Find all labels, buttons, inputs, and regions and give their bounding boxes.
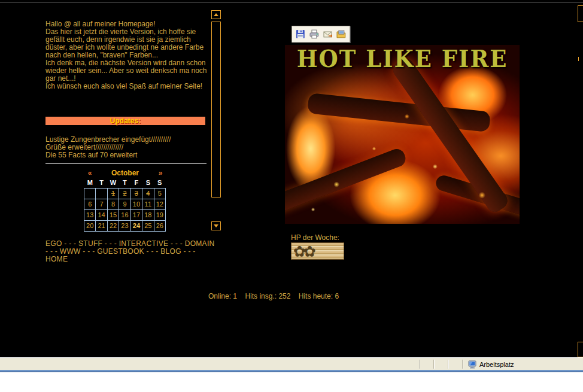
calendar-week-row: 20212223242526 bbox=[84, 220, 166, 231]
nav-separator: - - - bbox=[168, 239, 184, 248]
hp-week-label: HP der Woche: bbox=[291, 233, 339, 242]
calendar-day-cell[interactable]: 21 bbox=[96, 220, 107, 231]
calendar-day-cell[interactable]: 24 bbox=[130, 220, 142, 231]
online-counter: Online: 1 bbox=[208, 292, 237, 300]
nav-link-blog[interactable]: BLOG bbox=[160, 247, 181, 256]
calendar-day-header: F bbox=[130, 178, 142, 188]
updates-banner: Updates: bbox=[45, 117, 205, 125]
calendar-day-cell[interactable]: 19 bbox=[154, 209, 165, 220]
updates-list: Lustige Zungenbrecher eingefügt/////////… bbox=[45, 136, 213, 159]
hits-today-counter: Hits heute: 6 bbox=[299, 292, 339, 300]
save-icon[interactable] bbox=[296, 29, 305, 39]
calendar-day-cell[interactable]: 15 bbox=[107, 209, 119, 220]
calendar-header: « October » bbox=[84, 168, 166, 178]
calendar-day-header: S bbox=[142, 178, 154, 188]
calendar-day-cell[interactable]: 17 bbox=[130, 209, 142, 220]
calendar-day-cell[interactable]: 6 bbox=[84, 199, 96, 209]
nav-link-domain[interactable]: DOMAIN bbox=[185, 239, 215, 248]
calendar-day-header: T bbox=[119, 178, 130, 188]
calendar-table: MTWTFSS 12345678910111213141516171819202… bbox=[84, 178, 166, 232]
scrollbar-down-button[interactable] bbox=[211, 221, 221, 230]
calendar-day-cell[interactable]: 10 bbox=[130, 199, 142, 209]
calendar-day-cell[interactable]: 8 bbox=[107, 199, 119, 209]
calendar-day-header: T bbox=[96, 178, 107, 188]
my-computer-icon bbox=[468, 360, 476, 369]
statusbar-separator bbox=[462, 360, 463, 369]
statusbar-separator bbox=[448, 360, 449, 369]
nav-link-stuff[interactable]: STUFF bbox=[78, 239, 102, 248]
calendar-day-cell[interactable]: 3 bbox=[130, 188, 142, 199]
page-scrollbar-down-button[interactable] bbox=[578, 342, 583, 357]
calendar-day-cell[interactable]: 26 bbox=[154, 220, 165, 231]
calendar-day-header: W bbox=[107, 178, 119, 188]
security-zone-label: Arbeitsplatz bbox=[479, 361, 514, 368]
calendar-day-cell[interactable]: 16 bbox=[119, 209, 130, 220]
statusbar-separator bbox=[433, 360, 435, 369]
calendar-month-label: October bbox=[96, 169, 154, 177]
nav-separator: - - - bbox=[102, 239, 119, 248]
calendar-day-cell[interactable]: 4 bbox=[142, 188, 154, 199]
divider-line bbox=[45, 163, 207, 164]
security-zone-indicator: Arbeitsplatz bbox=[468, 359, 514, 369]
nav-link-ego[interactable]: EGO bbox=[45, 239, 62, 248]
statusbar-separator bbox=[419, 360, 420, 369]
calendar-week-row: 13141516171819 bbox=[84, 209, 166, 220]
main-nav: EGO - - - STUFF - - - INTERACTIVE - - - … bbox=[45, 240, 218, 263]
nav-link-www[interactable]: WWW bbox=[60, 247, 81, 256]
calendar-day-cell[interactable]: 22 bbox=[107, 220, 119, 231]
nav-link-interactive[interactable]: INTERACTIVE bbox=[119, 239, 169, 248]
scrollbar-up-button[interactable] bbox=[211, 10, 221, 19]
browser-page: Hallo @ all auf meiner Homepage! Das hie… bbox=[0, 0, 583, 392]
top-divider bbox=[0, 2, 583, 3]
calendar-body: 1234567891011121314151617181920212223242… bbox=[84, 188, 166, 231]
calendar-day-cell[interactable]: 14 bbox=[96, 209, 107, 220]
calendar-day-cell[interactable]: 13 bbox=[84, 209, 96, 220]
image-hover-toolbar bbox=[292, 26, 350, 42]
calendar-day-cell[interactable]: 25 bbox=[142, 220, 154, 231]
calendar-day-cell[interactable]: 11 bbox=[142, 199, 154, 209]
updates-heading: Updates: bbox=[110, 117, 141, 125]
calendar-prev-button[interactable]: « bbox=[84, 169, 96, 177]
nav-separator: - - - bbox=[144, 247, 160, 256]
calendar-empty-cell bbox=[96, 188, 107, 199]
calendar-week-row: 6789101112 bbox=[84, 199, 166, 209]
status-bar: Arbeitsplatz bbox=[0, 357, 583, 370]
nav-separator: - - - bbox=[62, 239, 78, 248]
page-scrollbar-up-button[interactable] bbox=[578, 5, 583, 22]
calendar-day-cell[interactable]: 12 bbox=[154, 199, 165, 209]
print-icon[interactable] bbox=[309, 29, 319, 39]
page-scrollbar-thumb[interactable] bbox=[578, 57, 583, 61]
fire-image-title: HOT LIKE FIRE bbox=[285, 45, 520, 73]
calendar-day-cell[interactable]: 20 bbox=[84, 220, 96, 231]
calendar-day-cell[interactable]: 1 bbox=[107, 188, 119, 199]
area-below-window bbox=[0, 372, 583, 392]
calendar-next-button[interactable]: » bbox=[154, 169, 166, 177]
mail-icon[interactable] bbox=[323, 29, 333, 39]
calendar-day-header: M bbox=[84, 178, 96, 188]
scrollbar-thumb[interactable] bbox=[211, 22, 221, 197]
nav-separator: - - - bbox=[45, 247, 60, 256]
nav-link-home[interactable]: HOME bbox=[45, 255, 68, 263]
calendar: « October » MTWTFSS 12345678910111213141… bbox=[84, 168, 166, 232]
calendar-day-cell[interactable]: 5 bbox=[154, 188, 165, 199]
nav-separator: - - - bbox=[181, 247, 196, 256]
calendar-day-cell[interactable]: 18 bbox=[142, 209, 154, 220]
update-item: Die 55 Facts auf 70 erweitert bbox=[45, 151, 213, 159]
calendar-day-header-row: MTWTFSS bbox=[84, 178, 166, 188]
nav-separator: - - - bbox=[81, 247, 97, 256]
calendar-day-cell[interactable]: 9 bbox=[119, 199, 130, 209]
flower-icon: ✿ bbox=[303, 244, 316, 259]
calendar-empty-cell bbox=[84, 188, 96, 199]
hp-week-banner[interactable]: ✿ ✿ bbox=[291, 242, 344, 260]
calendar-day-cell[interactable]: 7 bbox=[96, 199, 107, 209]
calendar-day-cell[interactable]: 2 bbox=[119, 188, 130, 199]
arrow-down-icon bbox=[214, 224, 218, 227]
calendar-day-cell[interactable]: 23 bbox=[119, 220, 130, 231]
intro-text: Hallo @ all auf meiner Homepage! Das hie… bbox=[45, 20, 209, 90]
arrow-up-icon bbox=[214, 13, 218, 16]
folder-icon[interactable] bbox=[336, 29, 346, 39]
calendar-week-row: 12345 bbox=[84, 188, 166, 199]
fire-image[interactable]: HOT LIKE FIRE bbox=[285, 45, 520, 224]
hits-total-counter: Hits insg.: 252 bbox=[245, 292, 290, 300]
nav-link-guestbook[interactable]: GUESTBOOK bbox=[97, 247, 144, 256]
